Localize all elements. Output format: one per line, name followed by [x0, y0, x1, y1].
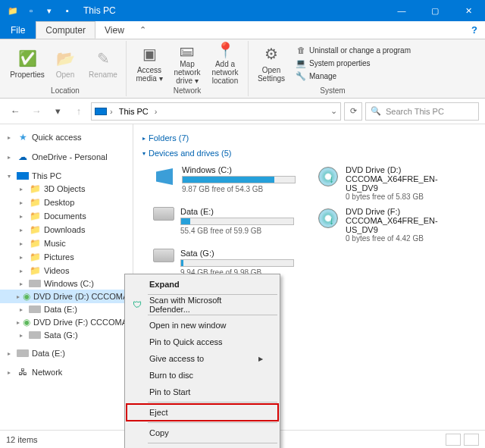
folder-icon: 📁: [29, 211, 41, 221]
tab-computer[interactable]: Computer: [36, 21, 95, 39]
properties-button[interactable]: ✅Properties: [9, 42, 45, 84]
section-folders[interactable]: ▸Folders (7): [142, 130, 476, 146]
group-label: System: [253, 85, 412, 96]
drives-list: Windows (C:) 9.87 GB free of 54.3 GB DVD…: [142, 161, 476, 284]
drive-name: DVD Drive (F:) CCCOMA_X64FRE_EN-US_DV9: [346, 207, 468, 234]
tree-item[interactable]: ▸📁Desktop: [0, 196, 133, 209]
chevron-right-icon[interactable]: ›: [155, 107, 158, 116]
back-button[interactable]: ←: [6, 102, 24, 121]
close-button[interactable]: ✕: [452, 0, 485, 21]
system-properties-button[interactable]: 💻System properties: [294, 57, 412, 69]
drive-item[interactable]: DVD Drive (D:) CCCOMA_X64FRE_EN-US_DV9 0…: [317, 165, 468, 201]
map-drive-button[interactable]: 🖴Map network drive ▾: [169, 42, 205, 84]
drive-icon: [29, 305, 41, 313]
drive-stat: 9.87 GB free of 54.3 GB: [182, 185, 305, 193]
qat-overflow[interactable]: ▪: [59, 2, 76, 19]
manage-button[interactable]: 🔧Manage: [294, 70, 412, 82]
ctx-burn[interactable]: Burn to disc: [127, 367, 278, 384]
ribbon-group-location: ✅Properties 📂Open ✎Rename Location: [5, 41, 127, 96]
ctx-scan[interactable]: 🛡Scan with Microsoft Defender...: [127, 296, 278, 313]
rename-icon: ✎: [92, 48, 114, 69]
address-dropdown[interactable]: ⌄: [330, 106, 337, 116]
help-icon[interactable]: ?: [464, 21, 485, 39]
tree-quick-access[interactable]: ▸★Quick access: [0, 130, 133, 144]
ctx-open-new-window[interactable]: Open in new window: [127, 317, 278, 334]
tree-item[interactable]: ▸📁Videos: [0, 264, 133, 277]
ctx-pin-start[interactable]: Pin to Start: [127, 384, 278, 400]
ribbon-group-system: ⚙Open Settings 🗑Uninstall or change a pr…: [249, 41, 417, 96]
ribbon-group-network: ▣Access media ▾ 🖴Map network drive ▾ 📍Ad…: [127, 41, 249, 96]
ctx-new[interactable]: New▶: [127, 445, 278, 448]
drive-item[interactable]: DVD Drive (F:) CCCOMA_X64FRE_EN-US_DV9 0…: [317, 207, 468, 243]
tree-item[interactable]: ▸📁Documents: [0, 209, 133, 223]
section-drives[interactable]: ▾Devices and drives (5): [142, 146, 476, 161]
ribbon-collapse-icon[interactable]: ⌃: [134, 21, 152, 39]
star-icon: ★: [17, 132, 29, 143]
group-label: Location: [9, 85, 121, 96]
tab-view[interactable]: View: [95, 21, 134, 39]
forward-button[interactable]: →: [27, 102, 45, 121]
drive-item[interactable]: Sata (G:) 9.94 GB free of 9.98 GB: [153, 249, 305, 277]
qat-item[interactable]: ▫: [23, 2, 39, 19]
open-settings-button[interactable]: ⚙Open Settings: [253, 42, 289, 84]
drive-name: Windows (C:): [182, 165, 305, 174]
drive-item[interactable]: Windows (C:) 9.87 GB free of 54.3 GB: [153, 165, 305, 201]
drive-stat: 0 bytes free of 4.42 GB: [346, 234, 468, 243]
tree-item[interactable]: ▸Data (E:): [0, 303, 133, 315]
quick-access-toolbar: 📁 ▫ ▾ ▪: [0, 2, 76, 19]
drive-item[interactable]: Data (E:) 55.4 GB free of 59.9 GB: [153, 207, 305, 243]
search-placeholder: Search This PC: [386, 107, 444, 116]
cloud-icon: ☁: [17, 152, 29, 162]
drive-info: Windows (C:) 9.87 GB free of 54.3 GB: [182, 165, 305, 201]
tree-item[interactable]: ▸📁Pictures: [0, 250, 133, 264]
rename-button[interactable]: ✎Rename: [85, 42, 121, 84]
disc-icon: ◉: [23, 317, 30, 327]
tree-this-pc[interactable]: ▾This PC: [0, 170, 133, 182]
system-icon: 💻: [296, 58, 306, 68]
tree-item[interactable]: ▸📁Music: [0, 237, 133, 250]
map-drive-icon: 🖴: [177, 42, 198, 58]
icons-view-button[interactable]: [464, 434, 479, 446]
folder-icon: 📁: [29, 224, 41, 235]
recent-dropdown[interactable]: ▾: [48, 102, 67, 121]
drive-icon: [17, 349, 29, 357]
tab-file[interactable]: File: [0, 21, 36, 39]
ctx-copy[interactable]: Copy: [127, 425, 278, 441]
maximize-button[interactable]: ▢: [418, 0, 452, 21]
refresh-button[interactable]: ⟳: [344, 102, 362, 121]
dvd-icon: [317, 165, 340, 188]
tree-network[interactable]: ▸🖧Network: [0, 365, 133, 379]
context-menu: Expand 🛡Scan with Microsoft Defender... …: [124, 274, 280, 448]
drive-name: Sata (G:): [180, 249, 305, 258]
add-location-button[interactable]: 📍Add a network location: [207, 42, 243, 84]
pc-icon: [17, 172, 29, 180]
tree-item[interactable]: ▸Sata (G:): [0, 329, 133, 341]
ctx-give-access[interactable]: Give access to▶: [127, 350, 278, 367]
tree-item[interactable]: ▸📁3D Objects: [0, 182, 133, 196]
address-bar[interactable]: › This PC › ⌄: [91, 102, 341, 121]
uninstall-button[interactable]: 🗑Uninstall or change a program: [294, 44, 412, 56]
tree-onedrive[interactable]: ▸☁OneDrive - Personal: [0, 150, 133, 164]
up-button[interactable]: ↑: [70, 102, 88, 121]
properties-icon: ✅: [17, 48, 38, 69]
usage-bar: [180, 218, 294, 225]
usage-bar: [182, 176, 296, 183]
tree-item[interactable]: ▸Windows (C:): [0, 277, 133, 290]
breadcrumb-segment[interactable]: This PC: [116, 107, 152, 116]
minimize-button[interactable]: —: [385, 0, 418, 21]
access-media-button[interactable]: ▣Access media ▾: [131, 42, 167, 84]
tree-data[interactable]: ▸Data (E:): [0, 347, 133, 359]
details-view-button[interactable]: [446, 434, 461, 446]
ctx-eject[interactable]: Eject: [127, 404, 278, 421]
qat-divider: ▾: [41, 2, 58, 19]
pc-icon: [95, 108, 107, 115]
chevron-right-icon[interactable]: ›: [110, 107, 113, 116]
ctx-expand[interactable]: Expand: [127, 276, 278, 293]
folder-icon: 📁: [5, 2, 21, 19]
open-button[interactable]: 📂Open: [47, 42, 83, 84]
ctx-pin-quick[interactable]: Pin to Quick access: [127, 334, 278, 350]
tree-item[interactable]: ▸◉DVD Drive (F:) CCCOMA_X64FRE: [0, 315, 133, 329]
tree-item-selected[interactable]: ▸◉DVD Drive (D:) CCCOMA_X64FRE: [0, 290, 133, 303]
tree-item[interactable]: ▸📁Downloads: [0, 223, 133, 237]
search-input[interactable]: 🔍 Search This PC: [365, 102, 479, 121]
